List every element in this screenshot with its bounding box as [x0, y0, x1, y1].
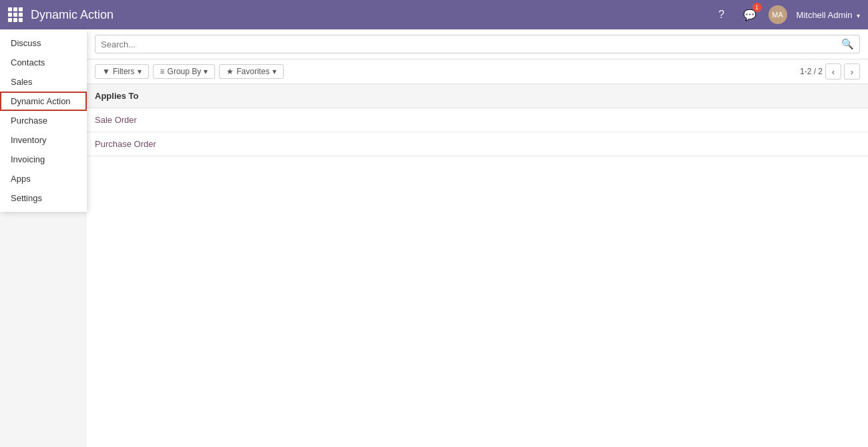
- group-by-icon: ≡: [160, 67, 165, 76]
- group-by-caret: ▾: [204, 67, 208, 76]
- applies-to-cell: Purchase Order: [87, 132, 868, 156]
- search-input[interactable]: [101, 39, 841, 49]
- sidebar-menu: Discuss Contacts Sales Dynamic Action Pu…: [0, 29, 87, 212]
- chat-badge: 1: [752, 3, 762, 12]
- pagination-text: 1-2 / 2: [800, 67, 823, 76]
- table-area: Applies To Sale OrderPurchase Order: [87, 84, 868, 447]
- prev-icon: ‹: [832, 67, 835, 77]
- prev-page-button[interactable]: ‹: [825, 63, 841, 80]
- search-box: 🔍: [95, 35, 860, 53]
- main-table: Applies To Sale OrderPurchase Order: [87, 84, 868, 156]
- table-row[interactable]: Sale Order: [87, 108, 868, 132]
- sidebar-item-inventory[interactable]: Inventory: [0, 130, 87, 150]
- header-right-section: ? 💬 1 MA Mitchell Admin ▾: [712, 5, 860, 24]
- search-icon: 🔍: [841, 38, 854, 49]
- star-icon: ★: [226, 67, 234, 76]
- avatar: MA: [769, 5, 787, 24]
- table-row[interactable]: Purchase Order: [87, 132, 868, 156]
- help-button[interactable]: ?: [712, 5, 731, 24]
- search-button[interactable]: 🔍: [841, 38, 854, 50]
- app-header: Dynamic Action ? 💬 1 MA Mitchell Admin ▾: [0, 0, 868, 29]
- filters-button[interactable]: ▼ Filters ▾: [95, 64, 149, 79]
- next-icon: ›: [851, 67, 853, 77]
- apps-grid-icon[interactable]: [8, 7, 23, 22]
- main-content: 🔍 ▼ Filters ▾ ≡ Group By ▾ ★ Favorites ▾: [87, 29, 868, 447]
- sidebar-item-apps[interactable]: Apps: [0, 169, 87, 188]
- sidebar-item-sales[interactable]: Sales: [0, 72, 87, 92]
- user-name-label[interactable]: Mitchell Admin ▾: [797, 10, 860, 20]
- favorites-caret: ▾: [272, 67, 276, 76]
- applies-to-cell: Sale Order: [87, 108, 868, 132]
- favorites-button[interactable]: ★ Favorites ▾: [219, 64, 283, 79]
- sidebar-item-discuss[interactable]: Discuss: [0, 33, 87, 53]
- sidebar-item-contacts[interactable]: Contacts: [0, 53, 87, 72]
- sidebar-item-dynamic-action[interactable]: Dynamic Action: [0, 92, 87, 111]
- filter-bar: ▼ Filters ▾ ≡ Group By ▾ ★ Favorites ▾ 1…: [87, 59, 868, 84]
- layout: 🔍 ▼ Filters ▾ ≡ Group By ▾ ★ Favorites ▾: [0, 29, 868, 447]
- sidebar-item-purchase[interactable]: Purchase: [0, 111, 87, 130]
- help-icon: ?: [718, 9, 724, 21]
- applies-to-column-header: Applies To: [87, 84, 868, 108]
- table-header-row: Applies To: [87, 84, 868, 108]
- pagination: 1-2 / 2 ‹ ›: [800, 63, 860, 80]
- search-toolbar: 🔍: [87, 29, 868, 59]
- filters-caret: ▾: [138, 67, 142, 76]
- chat-button[interactable]: 💬 1: [740, 5, 759, 24]
- filter-icon: ▼: [102, 67, 110, 76]
- sidebar-item-settings[interactable]: Settings: [0, 188, 87, 208]
- user-dropdown-caret: ▾: [857, 12, 860, 19]
- page-title: Dynamic Action: [31, 8, 712, 22]
- next-page-button[interactable]: ›: [844, 63, 860, 80]
- sidebar-item-invoicing[interactable]: Invoicing: [0, 150, 87, 169]
- group-by-button[interactable]: ≡ Group By ▾: [153, 64, 216, 79]
